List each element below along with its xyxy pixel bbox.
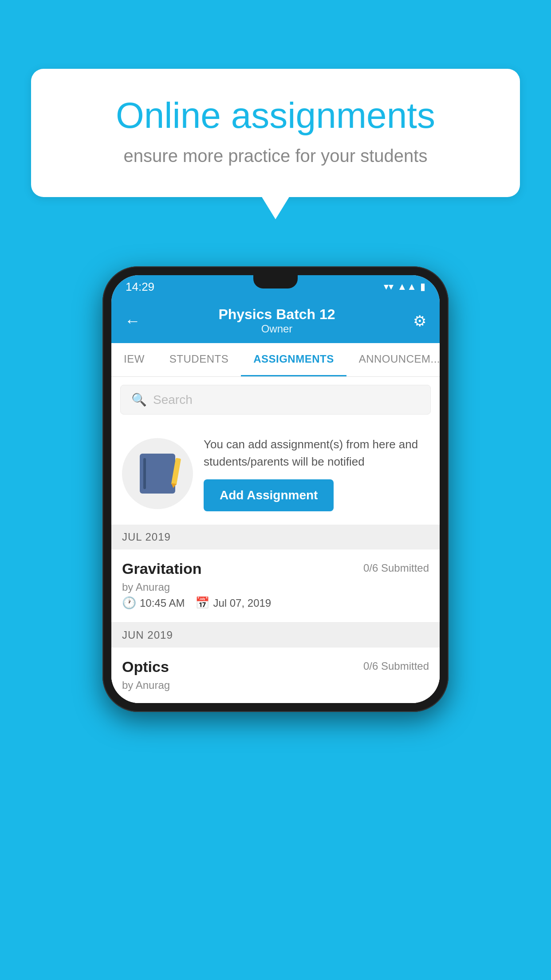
wifi-icon: ▾▾ <box>384 281 394 292</box>
assignment-submitted-gravitation: 0/6 Submitted <box>363 562 429 574</box>
section-header-jun: JUN 2019 <box>111 623 440 648</box>
phone-notch <box>253 275 298 288</box>
section-header-jul: JUL 2019 <box>111 525 440 549</box>
assignment-by-gravitation: by Anurag <box>122 581 429 593</box>
pencil-icon <box>171 458 181 485</box>
tabs-bar: IEW STUDENTS ASSIGNMENTS ANNOUNCEM... <box>111 343 440 377</box>
promo-description: You can add assignment(s) from here and … <box>204 436 429 470</box>
batch-subtitle: Owner <box>218 323 335 335</box>
bubble-title: Online assignments <box>67 95 484 135</box>
header-center: Physics Batch 12 Owner <box>218 306 335 335</box>
calendar-icon: 📅 <box>195 596 209 610</box>
assignment-optics[interactable]: Optics 0/6 Submitted by Anurag <box>111 648 440 703</box>
search-icon: 🔍 <box>131 392 147 407</box>
tab-assignments[interactable]: ASSIGNMENTS <box>241 343 346 376</box>
assignment-title-optics: Optics <box>122 658 169 676</box>
assignment-optics-top-row: Optics 0/6 Submitted <box>122 658 429 676</box>
batch-title: Physics Batch 12 <box>218 306 335 323</box>
assignment-details-gravitation: 🕐 10:45 AM 📅 Jul 07, 2019 <box>122 596 429 610</box>
search-placeholder[interactable]: Search <box>153 393 193 407</box>
promo-icon-circle <box>122 438 193 509</box>
battery-icon: ▮ <box>420 281 425 292</box>
status-icons: ▾▾ ▲▲ ▮ <box>384 281 425 292</box>
settings-icon[interactable]: ⚙ <box>413 312 426 330</box>
clock-icon: 🕐 <box>122 596 136 610</box>
tab-announcements[interactable]: ANNOUNCEM... <box>346 343 440 376</box>
speech-bubble-section: Online assignments ensure more practice … <box>31 69 520 219</box>
phone-outer: 14:29 ▾▾ ▲▲ ▮ ← Physics Batch 12 Owner ⚙… <box>102 266 449 712</box>
assignment-time-gravitation: 🕐 10:45 AM <box>122 596 185 610</box>
assignment-top-row: Gravitation 0/6 Submitted <box>122 560 429 577</box>
speech-bubble-tail <box>261 196 290 219</box>
assignment-by-optics: by Anurag <box>122 679 429 692</box>
app-content: 🔍 Search You can add assignment(s) from … <box>111 377 440 703</box>
back-button[interactable]: ← <box>125 312 141 330</box>
notebook-icon <box>140 454 175 494</box>
add-assignment-button[interactable]: Add Assignment <box>204 479 334 511</box>
assignment-gravitation[interactable]: Gravitation 0/6 Submitted by Anurag 🕐 10… <box>111 549 440 623</box>
app-header: ← Physics Batch 12 Owner ⚙ <box>111 298 440 343</box>
search-bar[interactable]: 🔍 Search <box>120 385 431 415</box>
speech-bubble-card: Online assignments ensure more practice … <box>31 69 520 197</box>
assignment-submitted-optics: 0/6 Submitted <box>363 660 429 672</box>
search-bar-wrapper: 🔍 Search <box>111 377 440 423</box>
status-time: 14:29 <box>126 280 154 294</box>
promo-section: You can add assignment(s) from here and … <box>111 423 440 525</box>
assignment-title-gravitation: Gravitation <box>122 560 201 577</box>
tab-iew[interactable]: IEW <box>111 343 157 376</box>
bubble-subtitle: ensure more practice for your students <box>67 146 484 166</box>
phone-screen: 14:29 ▾▾ ▲▲ ▮ ← Physics Batch 12 Owner ⚙… <box>111 275 440 703</box>
tab-students[interactable]: STUDENTS <box>157 343 241 376</box>
phone-mockup: 14:29 ▾▾ ▲▲ ▮ ← Physics Batch 12 Owner ⚙… <box>102 266 449 712</box>
assignment-date-gravitation: 📅 Jul 07, 2019 <box>195 596 271 610</box>
signal-icon: ▲▲ <box>397 281 417 292</box>
promo-text-section: You can add assignment(s) from here and … <box>204 436 429 511</box>
